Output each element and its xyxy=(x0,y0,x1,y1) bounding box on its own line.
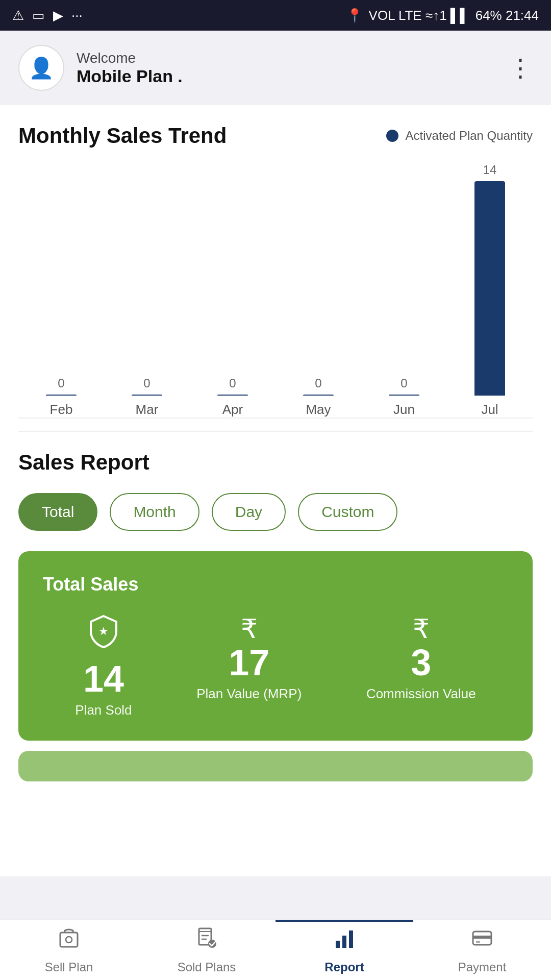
bar-chart: 0Feb0Mar0Apr0May0Jun14Jul xyxy=(18,163,533,419)
bar-apr: 0Apr xyxy=(190,376,276,418)
more-status-icon: ··· xyxy=(71,8,83,23)
stat-value-plan-sold: 14 xyxy=(75,660,132,697)
bar-visual xyxy=(389,395,419,396)
total-sales-card: Total Sales ★ 14Plan Sold₹17Plan Value (… xyxy=(18,551,533,741)
bar-value: 0 xyxy=(400,376,407,390)
svg-rect-1 xyxy=(60,933,78,947)
svg-rect-6 xyxy=(342,936,346,948)
bar-visual xyxy=(217,395,248,396)
bar-mar: 0Mar xyxy=(104,376,190,418)
monitor-icon: ▭ xyxy=(32,8,45,23)
chart-title: Monthly Sales Trend xyxy=(18,124,227,148)
report-icon xyxy=(332,925,357,956)
bar-month-label: Mar xyxy=(136,402,159,418)
more-options-button[interactable]: ⋮ xyxy=(508,54,533,82)
stat-value-plan-value: 17 xyxy=(196,644,302,681)
header-text: Welcome Mobile Plan . xyxy=(77,50,183,86)
svg-rect-7 xyxy=(349,930,353,948)
bar-month-label: Jun xyxy=(393,402,415,418)
username-label: Mobile Plan . xyxy=(77,66,183,86)
youtube-icon: ▶ xyxy=(53,8,63,23)
bar-visual xyxy=(132,395,162,396)
svg-point-2 xyxy=(66,937,72,943)
svg-text:★: ★ xyxy=(98,625,109,638)
bar-month-label: Jul xyxy=(481,402,498,418)
tab-custom[interactable]: Custom xyxy=(298,493,397,531)
sell-plan-icon xyxy=(56,925,82,956)
chart-header: Monthly Sales Trend Activated Plan Quant… xyxy=(18,124,533,148)
avatar: 👤 xyxy=(18,45,64,91)
bar-month-label: Apr xyxy=(222,402,243,418)
svg-rect-9 xyxy=(473,936,491,939)
status-right-info: 📍 VOL LTE ≈↑1 ▌▌ 64% 21:44 xyxy=(346,8,539,23)
stat-label-plan-sold: Plan Sold xyxy=(75,702,132,718)
filter-tabs: TotalMonthDayCustom xyxy=(18,493,533,531)
payment-icon xyxy=(469,925,495,956)
bar-feb: 0Feb xyxy=(18,376,104,418)
bar-may: 0May xyxy=(276,376,361,418)
tab-month[interactable]: Month xyxy=(110,493,199,531)
tab-total[interactable]: Total xyxy=(18,493,97,531)
bar-visual xyxy=(46,395,77,396)
svg-rect-10 xyxy=(476,941,480,943)
nav-item-report[interactable]: Report xyxy=(276,920,413,980)
welcome-label: Welcome xyxy=(77,50,183,66)
bottom-navigation: Sell Plan Sold Plans Report Payment xyxy=(0,919,551,980)
section-divider xyxy=(18,431,533,432)
nav-item-sold-plans[interactable]: Sold Plans xyxy=(138,920,276,980)
bar-jun: 0Jun xyxy=(361,376,447,418)
svg-rect-5 xyxy=(336,941,340,948)
main-content: Monthly Sales Trend Activated Plan Quant… xyxy=(0,105,551,876)
nav-item-sell-plan[interactable]: Sell Plan xyxy=(0,920,138,980)
bar-value: 14 xyxy=(483,163,497,177)
chart-legend: Activated Plan Quantity xyxy=(386,129,533,143)
location-icon: 📍 xyxy=(346,8,363,23)
header: 👤 Welcome Mobile Plan . ⋮ xyxy=(0,31,551,105)
sales-stats: ★ 14Plan Sold₹17Plan Value (MRP)₹3Commis… xyxy=(43,614,508,718)
stat-label-plan-value: Plan Value (MRP) xyxy=(196,686,302,702)
chart-section: Monthly Sales Trend Activated Plan Quant… xyxy=(18,105,533,431)
nav-label-sold-plans: Sold Plans xyxy=(178,960,236,974)
legend-label: Activated Plan Quantity xyxy=(406,129,533,143)
warning-icon: ⚠ xyxy=(12,8,24,23)
bar-visual xyxy=(474,181,505,396)
bar-visual xyxy=(303,395,334,396)
nav-label-sell-plan: Sell Plan xyxy=(45,960,93,974)
nav-item-payment[interactable]: Payment xyxy=(413,920,551,980)
sales-report-title: Sales Report xyxy=(18,450,533,475)
nav-label-report: Report xyxy=(324,960,364,974)
total-sales-title: Total Sales xyxy=(43,574,508,595)
sales-report-section: Sales Report TotalMonthDayCustom Total S… xyxy=(18,450,533,781)
stat-plan-value: ₹17Plan Value (MRP) xyxy=(196,614,302,702)
person-icon: 👤 xyxy=(29,56,54,80)
bar-value: 0 xyxy=(58,376,64,390)
nav-label-payment: Payment xyxy=(458,960,507,974)
bar-month-label: Feb xyxy=(50,402,73,418)
shield-star-icon: ★ xyxy=(75,614,132,656)
header-left: 👤 Welcome Mobile Plan . xyxy=(18,45,183,91)
bar-value: 0 xyxy=(229,376,236,390)
stat-commission: ₹3Commission Value xyxy=(366,614,476,702)
status-bar: ⚠ ▭ ▶ ··· 📍 VOL LTE ≈↑1 ▌▌ 64% 21:44 xyxy=(0,0,551,31)
partial-next-card xyxy=(18,751,533,781)
status-left-icons: ⚠ ▭ ▶ ··· xyxy=(12,8,83,23)
bar-jul: 14Jul xyxy=(447,163,533,418)
rupee-icon: ₹ xyxy=(196,614,302,644)
sold-plans-icon xyxy=(194,925,219,956)
bar-month-label: May xyxy=(306,402,331,418)
legend-dot xyxy=(386,130,398,142)
battery-info: 64% 21:44 xyxy=(475,8,539,23)
nav-active-border xyxy=(276,920,413,922)
tab-day[interactable]: Day xyxy=(212,493,286,531)
stat-plan-sold: ★ 14Plan Sold xyxy=(75,614,132,718)
stat-value-commission: 3 xyxy=(366,644,476,681)
stat-label-commission: Commission Value xyxy=(366,686,476,702)
bar-value: 0 xyxy=(315,376,321,390)
bar-value: 0 xyxy=(143,376,150,390)
rupee-icon: ₹ xyxy=(366,614,476,644)
network-icons: VOL LTE ≈↑1 ▌▌ xyxy=(369,8,469,23)
